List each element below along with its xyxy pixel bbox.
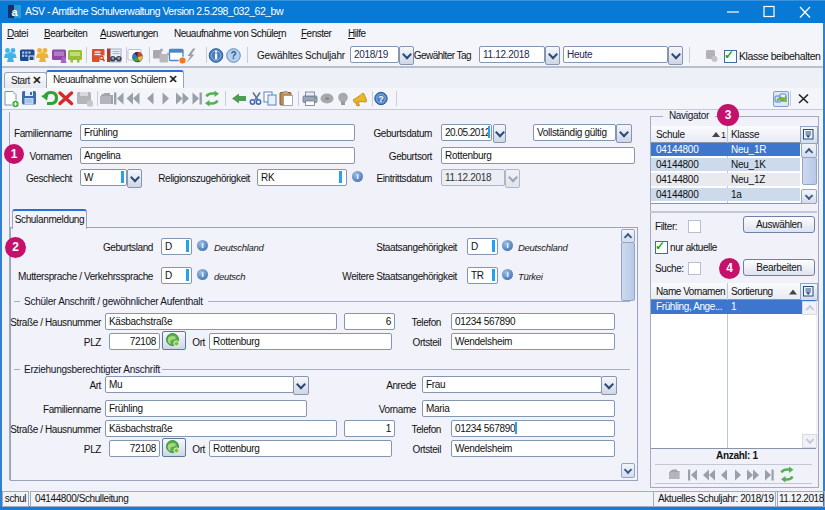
svg-text:?: ? (378, 94, 384, 104)
svg-text:a: a (12, 6, 19, 18)
svg-text:1: 1 (721, 130, 726, 140)
svg-text:?: ? (231, 50, 237, 61)
